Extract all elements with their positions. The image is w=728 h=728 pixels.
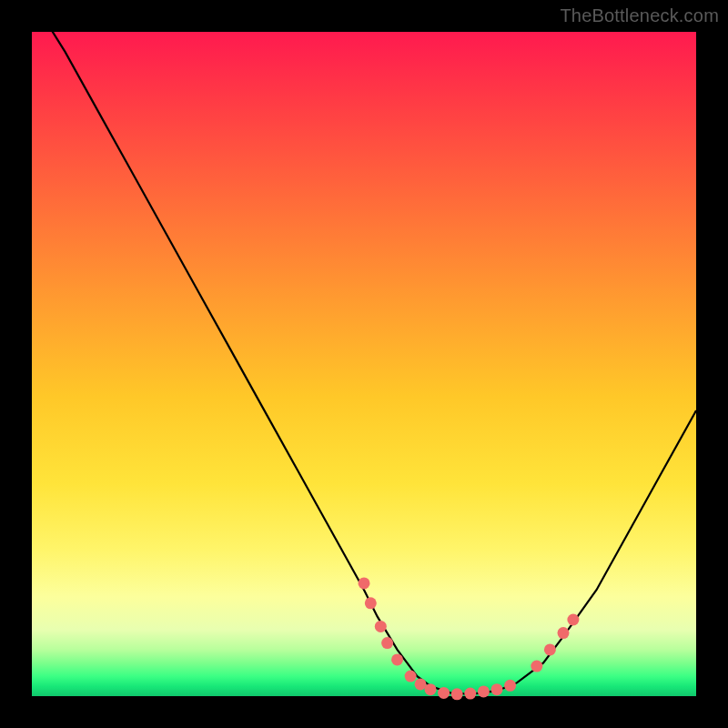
- highlight-dots-group: [359, 577, 580, 700]
- highlight-dot: [391, 653, 403, 665]
- highlight-dot: [438, 687, 450, 699]
- highlight-dot: [375, 621, 387, 632]
- highlight-dot: [504, 680, 516, 692]
- watermark-text: TheBottleneck.com: [560, 5, 719, 26]
- bottleneck-curve: [32, 0, 696, 694]
- highlight-dot: [544, 643, 556, 655]
- highlight-dot: [531, 661, 542, 672]
- highlight-dot: [359, 577, 370, 589]
- curve-svg: [32, 32, 696, 696]
- highlight-dot: [464, 688, 476, 700]
- highlight-dot: [381, 637, 393, 649]
- highlight-dot: [365, 597, 377, 609]
- chart-frame: TheBottleneck.com: [0, 0, 728, 728]
- highlight-dot: [567, 614, 579, 626]
- highlight-dot: [405, 671, 417, 682]
- highlight-dot: [415, 678, 427, 690]
- highlight-dot: [451, 688, 463, 700]
- plot-area: [32, 32, 696, 696]
- highlight-dot: [491, 683, 503, 695]
- highlight-dot: [478, 685, 490, 697]
- highlight-dot: [425, 683, 437, 695]
- highlight-dot: [558, 627, 570, 639]
